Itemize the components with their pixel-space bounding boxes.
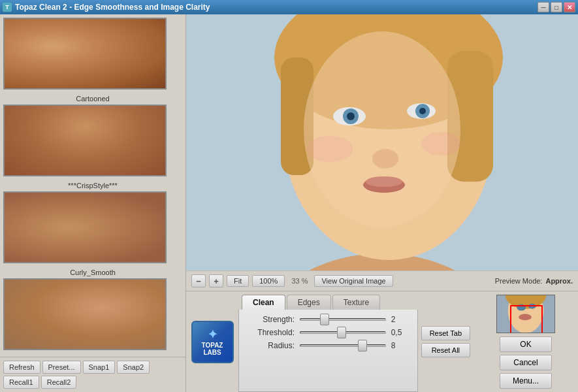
svg-point-9	[347, 112, 355, 120]
list-item[interactable]: ***CrispStyle***	[3, 180, 182, 263]
radius-row: Radius: 8	[246, 341, 411, 350]
title-bar: T Topaz Clean 2 - Edge Smoothness and Im…	[0, 0, 578, 14]
topaz-line2: LABS	[203, 349, 221, 356]
preview-mode-value: Approx.	[545, 277, 573, 285]
left-bottom-buttons: Refresh Preset... Snap1 Snap2 Recall1 Re…	[0, 357, 185, 392]
radius-thumb[interactable]	[358, 340, 367, 351]
zoom-level-button[interactable]: 100%	[252, 275, 285, 287]
snap2-button[interactable]: Snap2	[117, 361, 150, 374]
reset-all-button[interactable]: Reset All	[421, 343, 470, 357]
preview-mode-label: Preview Mode:	[495, 277, 543, 285]
zoom-out-button[interactable]: −	[191, 274, 206, 287]
tabs-and-controls: Clean Edges Texture Strength: 2	[238, 291, 418, 392]
title-bar-controls: ─ □ ✕	[538, 2, 575, 12]
recall2-button[interactable]: Recall2	[41, 376, 77, 389]
svg-point-12	[419, 108, 426, 114]
tab-bar: Clean Edges Texture	[238, 291, 418, 310]
main-container: Cartooned ***CrispStyle*** Curly_Smooth	[0, 14, 578, 392]
radius-value: 8	[391, 341, 411, 350]
zoom-percent: 33 %	[291, 277, 308, 285]
threshold-label: Threshold:	[246, 328, 295, 337]
svg-point-17	[421, 132, 460, 155]
reset-tab-button[interactable]: Reset Tab	[421, 326, 470, 340]
face-svg	[186, 14, 578, 270]
threshold-thumb[interactable]	[337, 327, 346, 338]
strength-value: 2	[391, 315, 411, 324]
image-preview	[186, 14, 578, 270]
recall1-button[interactable]: Recall1	[3, 376, 39, 389]
right-controls: OK Cancel Menu...	[474, 291, 578, 392]
strength-slider[interactable]	[300, 318, 386, 321]
threshold-row: Threshold: 0,5	[246, 328, 411, 337]
view-original-button[interactable]: View Original Image	[314, 275, 393, 287]
tab-edges[interactable]: Edges	[287, 295, 331, 310]
tab-clean[interactable]: Clean	[242, 295, 285, 310]
svg-point-16	[307, 136, 353, 162]
snap1-button[interactable]: Snap1	[83, 361, 116, 374]
ok-cancel-area: OK Cancel Menu...	[500, 336, 551, 389]
close-button[interactable]: ✕	[564, 2, 575, 12]
bottom-controls: ✦ TOPAZ LABS Clean Edges Texture Strengt…	[186, 291, 578, 392]
image-controls: − + Fit 100% 33 % View Original Image Pr…	[186, 270, 578, 291]
topaz-star: ✦	[208, 327, 217, 342]
preset-thumbnail	[3, 18, 167, 90]
strength-row: Strength: 2	[246, 315, 411, 324]
zoom-in-button[interactable]: +	[209, 274, 223, 287]
list-item[interactable]	[3, 18, 182, 90]
preset-image	[5, 193, 165, 262]
preset-button[interactable]: Preset...	[42, 361, 81, 374]
app-icon: T	[3, 3, 12, 12]
preset-label: Cartooned	[3, 93, 182, 105]
restore-button[interactable]: □	[551, 2, 562, 12]
threshold-slider[interactable]	[300, 331, 386, 334]
preset-label: Curly_Smooth	[3, 267, 182, 278]
refresh-button[interactable]: Refresh	[3, 361, 40, 374]
controls-panel: Strength: 2 Threshold: 0,5	[238, 310, 418, 392]
radius-label: Radius:	[246, 341, 295, 350]
svg-point-6	[304, 31, 460, 227]
preset-label: ***CrispStyle***	[3, 180, 182, 191]
window-title: Topaz Clean 2 - Edge Smoothness and Imag…	[15, 3, 210, 12]
preset-thumbnail	[3, 191, 167, 263]
minimize-button[interactable]: ─	[538, 2, 549, 12]
preset-image	[5, 19, 165, 88]
list-item[interactable]: Cartooned	[3, 93, 182, 176]
cancel-button[interactable]: Cancel	[500, 355, 551, 370]
left-panel: Cartooned ***CrispStyle*** Curly_Smooth	[0, 14, 186, 392]
preset-list: Cartooned ***CrispStyle*** Curly_Smooth	[0, 14, 185, 357]
threshold-value: 0,5	[391, 328, 411, 337]
topaz-line1: TOPAZ	[202, 342, 223, 349]
ok-button[interactable]: OK	[500, 336, 551, 352]
preset-image	[5, 280, 165, 349]
radius-slider[interactable]	[300, 344, 386, 347]
reset-buttons: Reset Tab Reset All	[418, 291, 474, 392]
preset-thumbnail	[3, 105, 167, 176]
tab-texture[interactable]: Texture	[332, 295, 380, 310]
menu-button[interactable]: Menu...	[500, 373, 551, 389]
strength-thumb[interactable]	[320, 314, 329, 325]
svg-point-15	[366, 176, 402, 187]
strength-label: Strength:	[246, 315, 295, 324]
thumbnail-selection	[510, 305, 543, 333]
preset-image	[5, 106, 165, 175]
topaz-logo: ✦ TOPAZ LABS	[191, 321, 234, 363]
face-image	[186, 14, 578, 270]
title-bar-left: T Topaz Clean 2 - Edge Smoothness and Im…	[3, 3, 210, 12]
thumbnail-container	[496, 295, 555, 333]
fit-button[interactable]: Fit	[227, 275, 249, 287]
right-area: − + Fit 100% 33 % View Original Image Pr…	[186, 14, 578, 392]
svg-point-13	[372, 149, 398, 169]
list-item[interactable]: Curly_Smooth	[3, 267, 182, 350]
preset-thumbnail	[3, 278, 167, 350]
logo-section: ✦ TOPAZ LABS	[186, 291, 238, 392]
